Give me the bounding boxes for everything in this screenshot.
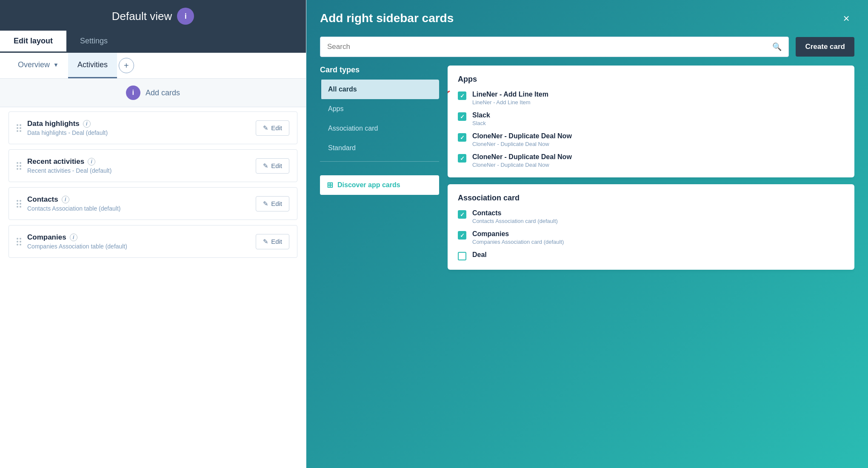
header-top: Default view i: [112, 8, 194, 31]
section-title-apps: Apps: [458, 75, 844, 84]
filter-apps[interactable]: Apps: [320, 99, 439, 119]
apps-section: Apps ✓ LineNer - Add L: [448, 66, 854, 177]
card-entry-text: Contacts Contacts Association card (defa…: [472, 209, 558, 224]
card-subtitle: Companies Association table (default): [27, 243, 250, 250]
card-entry: ✓ Slack Slack: [458, 111, 844, 126]
card-entry-text: Slack Slack: [472, 111, 490, 126]
pencil-icon: ✎: [263, 200, 268, 208]
arrow-annotation: [448, 83, 456, 108]
card-entry: ✓ CloneNer - Duplicate Deal Now CloneNer…: [458, 153, 844, 168]
info-icon-circle: i: [126, 86, 140, 100]
checkbox[interactable]: [458, 252, 466, 260]
filter-column: Card types All cards Apps Association ca…: [320, 66, 439, 458]
card-entry-text: LineNer - Add Line Item LineNer - Add Li…: [472, 91, 548, 106]
add-cards-label: Add cards: [146, 88, 180, 97]
tab-settings[interactable]: Settings: [66, 31, 121, 53]
card-entry: Deal: [458, 251, 844, 260]
card-row: Companies i Companies Association table …: [9, 225, 297, 258]
right-panel-title: Add right sidebar cards: [320, 11, 454, 25]
card-entry: ✓ Companies Companies Association card (…: [458, 230, 844, 245]
card-info: Companies i Companies Association table …: [27, 233, 250, 250]
search-input[interactable]: [327, 43, 768, 51]
tabs-bar: Edit layout Settings: [0, 31, 306, 53]
tab-edit-layout[interactable]: Edit layout: [0, 31, 66, 53]
association-card-section: Association card ✓ Contacts Contacts Ass…: [448, 184, 854, 270]
section-title-association: Association card: [458, 194, 844, 203]
left-header: Default view i Edit layout Settings: [0, 0, 306, 53]
page-title: Default view: [112, 10, 172, 23]
add-tab-button[interactable]: +: [119, 58, 134, 73]
cards-column: Apps ✓ LineNer - Add L: [448, 66, 854, 458]
pencil-icon: ✎: [263, 238, 268, 245]
card-info: Recent activities i Recent activities - …: [27, 157, 250, 174]
nav-tabs: Overview ▼ Activities +: [0, 53, 306, 79]
checkbox[interactable]: ✓: [458, 133, 466, 142]
search-row: 🔍 Create card: [306, 33, 868, 66]
pencil-icon: ✎: [263, 124, 268, 132]
svg-line-1: [448, 91, 450, 106]
filter-association-card[interactable]: Association card: [320, 119, 439, 138]
search-icon: 🔍: [772, 42, 782, 51]
info-icon[interactable]: i: [70, 234, 77, 241]
grid-icon: ⊞: [327, 180, 333, 190]
drag-handle[interactable]: [17, 124, 21, 132]
card-row: Contacts i Contacts Association table (d…: [9, 187, 297, 220]
card-title: Recent activities i: [27, 157, 250, 166]
search-box: 🔍: [320, 37, 789, 57]
edit-button[interactable]: ✎ Edit: [256, 158, 289, 174]
edit-button[interactable]: ✎ Edit: [256, 196, 289, 211]
card-subtitle: Data highlights - Deal (default): [27, 129, 250, 136]
card-entry: ✓ LineNer - Add Line Item LineNer - Add …: [458, 91, 844, 106]
card-title: Contacts i: [27, 195, 250, 204]
card-entry-text: Companies Companies Association card (de…: [472, 230, 564, 245]
card-info: Data highlights i Data highlights - Deal…: [27, 120, 250, 136]
checkbox[interactable]: ✓: [458, 231, 466, 240]
card-subtitle: Recent activities - Deal (default): [27, 167, 250, 174]
filter-title: Card types: [320, 66, 439, 74]
drag-handle[interactable]: [17, 238, 21, 245]
filter-standard[interactable]: Standard: [320, 138, 439, 158]
edit-button[interactable]: ✎ Edit: [256, 234, 289, 249]
right-header: Add right sidebar cards ×: [306, 0, 868, 33]
info-icon[interactable]: i: [83, 120, 91, 128]
checkbox[interactable]: ✓: [458, 210, 466, 219]
pencil-icon: ✎: [263, 162, 268, 170]
info-icon[interactable]: i: [62, 196, 69, 203]
checkbox[interactable]: ✓: [458, 112, 466, 121]
info-icon[interactable]: i: [88, 158, 95, 166]
card-row: Recent activities i Recent activities - …: [9, 149, 297, 182]
card-entry-text: Deal: [472, 251, 487, 259]
create-card-button[interactable]: Create card: [796, 37, 854, 57]
right-panel: Add right sidebar cards × 🔍 Create card …: [306, 0, 868, 468]
filter-list: All cards Apps Association card Standard: [320, 80, 439, 158]
edit-button[interactable]: ✎ Edit: [256, 120, 289, 136]
add-cards-row[interactable]: i Add cards: [0, 79, 306, 107]
close-button[interactable]: ×: [838, 10, 854, 26]
checkbox[interactable]: ✓: [458, 154, 466, 163]
avatar: i: [177, 8, 194, 25]
nav-tab-activities[interactable]: Activities: [68, 53, 117, 78]
card-entry: ✓ CloneNer - Duplicate Deal Now CloneNer…: [458, 132, 844, 147]
card-entry-text: CloneNer - Duplicate Deal Now CloneNer -…: [472, 153, 572, 168]
left-panel: Default view i Edit layout Settings Over…: [0, 0, 306, 468]
checkbox[interactable]: ✓: [458, 91, 466, 100]
card-title: Data highlights i: [27, 120, 250, 128]
divider: [320, 161, 439, 162]
discover-app-cards-link[interactable]: ⊞ Discover app cards: [320, 175, 439, 195]
card-entry: ✓ Contacts Contacts Association card (de…: [458, 209, 844, 224]
card-title: Companies i: [27, 233, 250, 242]
filter-all-cards[interactable]: All cards: [320, 80, 439, 99]
card-subtitle: Contacts Association table (default): [27, 205, 250, 212]
right-content: Card types All cards Apps Association ca…: [306, 66, 868, 468]
nav-tab-overview[interactable]: Overview ▼: [9, 53, 68, 78]
drag-handle[interactable]: [17, 200, 21, 208]
card-info: Contacts i Contacts Association table (d…: [27, 195, 250, 212]
drag-handle[interactable]: [17, 162, 21, 170]
card-row: Data highlights i Data highlights - Deal…: [9, 111, 297, 144]
card-entry-text: CloneNer - Duplicate Deal Now CloneNer -…: [472, 132, 572, 147]
card-list: Data highlights i Data highlights - Deal…: [0, 107, 306, 468]
chevron-down-icon: ▼: [53, 62, 59, 68]
